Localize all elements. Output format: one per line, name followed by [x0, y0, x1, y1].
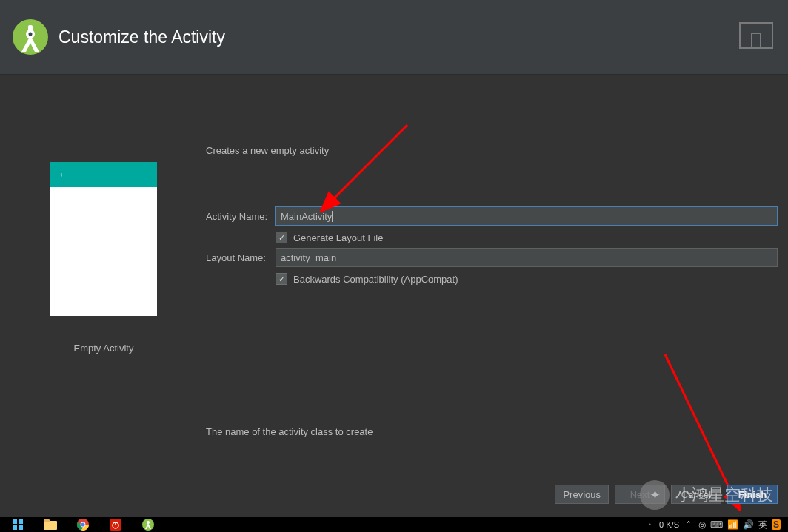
- activity-name-input[interactable]: MainActivity: [276, 206, 778, 226]
- activity-name-label: Activity Name:: [206, 211, 276, 222]
- finish-button[interactable]: Finish: [727, 485, 778, 504]
- net-speed: 0 K/S: [659, 520, 679, 529]
- layout-name-value: activity_main: [281, 252, 336, 263]
- wifi-icon[interactable]: 📶: [727, 519, 738, 530]
- tray-icons: ◎ ⌨ 📶 🔊 英 S: [698, 519, 781, 531]
- svg-line-8: [665, 354, 733, 496]
- dialog-header: Customize the Activity: [0, 0, 788, 75]
- backwards-compat-checkbox[interactable]: ✓: [276, 273, 287, 285]
- activity-name-value: MainActivity: [281, 211, 332, 222]
- backwards-compat-label: Backwards Compatibility (AppCompat): [293, 274, 458, 285]
- svg-point-4: [29, 33, 33, 36]
- sublime-tray-icon[interactable]: S: [772, 519, 781, 530]
- generate-layout-checkbox[interactable]: ✓: [276, 232, 287, 243]
- wizard-button-bar: Previous Next Cancel Finish: [555, 485, 778, 504]
- windows-taskbar[interactable]: ↑ 0 K/S ˄ ◎ ⌨ 📶 🔊 英 S: [0, 517, 788, 532]
- next-button: Next: [615, 485, 665, 504]
- svg-rect-10: [19, 519, 23, 524]
- location-icon[interactable]: ◎: [698, 519, 706, 530]
- file-explorer-icon[interactable]: [36, 517, 65, 532]
- taskbar-tray: ↑ 0 K/S ˄ ◎ ⌨ 📶 🔊 英 S: [648, 519, 788, 531]
- phone-mock: ←: [50, 162, 157, 316]
- previous-button[interactable]: Previous: [555, 485, 609, 504]
- layout-name-row: Layout Name: activity_main: [206, 248, 778, 267]
- activity-name-row: Activity Name: MainActivity: [206, 206, 778, 226]
- dialog-content: ← Empty Activity Creates a new empty act…: [0, 75, 788, 517]
- layout-name-label: Layout Name:: [206, 252, 276, 263]
- cancel-button[interactable]: Cancel: [671, 485, 721, 504]
- volume-icon[interactable]: 🔊: [743, 519, 754, 530]
- svg-rect-12: [19, 525, 23, 530]
- svg-point-23: [147, 521, 150, 524]
- activity-template-preview: ← Empty Activity: [50, 162, 157, 354]
- start-button[interactable]: [3, 517, 33, 532]
- backwards-compat-row[interactable]: ✓ Backwards Compatibility (AppCompat): [276, 273, 778, 285]
- generate-layout-row[interactable]: ✓ Generate Layout File: [276, 232, 778, 243]
- chrome-icon[interactable]: [68, 517, 98, 532]
- android-studio-taskbar-icon[interactable]: [133, 517, 163, 532]
- form-panel: Creates a new empty activity Activity Na…: [206, 145, 778, 289]
- device-preview-icon: [739, 22, 773, 49]
- ime-indicator[interactable]: 英: [758, 519, 767, 531]
- svg-rect-11: [13, 525, 17, 530]
- svg-rect-9: [13, 519, 17, 524]
- field-hint: The name of the activity class to create: [206, 426, 373, 437]
- layout-name-input[interactable]: activity_main: [276, 248, 778, 267]
- android-studio-logo-icon: [11, 18, 50, 56]
- netease-music-icon[interactable]: [101, 517, 130, 532]
- form-intro: Creates a new empty activity: [206, 145, 778, 156]
- template-name: Empty Activity: [50, 343, 157, 354]
- phone-appbar: ←: [50, 162, 157, 187]
- upload-arrow-icon: ↑: [648, 520, 652, 529]
- tray-expand-icon[interactable]: ˄: [687, 520, 691, 530]
- dialog-title: Customize the Activity: [59, 27, 225, 47]
- taskbar-apps: [0, 517, 163, 532]
- generate-layout-label: Generate Layout File: [293, 232, 383, 243]
- svg-point-18: [81, 522, 84, 526]
- svg-rect-14: [44, 519, 50, 522]
- back-arrow-icon: ←: [58, 168, 70, 181]
- form-divider: [206, 414, 778, 414]
- keyboard-icon[interactable]: ⌨: [710, 519, 723, 530]
